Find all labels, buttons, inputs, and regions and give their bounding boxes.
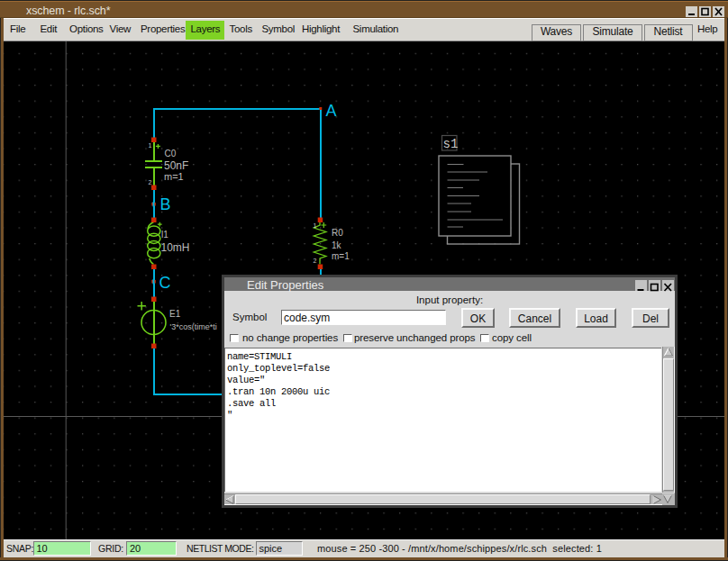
svg-text:R0: R0 xyxy=(332,228,343,238)
svg-text:B: B xyxy=(160,195,171,213)
svg-text:C0: C0 xyxy=(165,149,177,158)
svg-text:1: 1 xyxy=(149,142,152,149)
svg-text:1: 1 xyxy=(314,222,317,229)
svg-text:l1: l1 xyxy=(161,230,168,240)
svg-text:E1: E1 xyxy=(169,309,181,319)
svg-text:1k: 1k xyxy=(332,240,342,250)
svg-text:m=1: m=1 xyxy=(332,251,350,261)
svg-text:A: A xyxy=(326,102,337,120)
svg-text:m=1: m=1 xyxy=(164,171,184,182)
svg-text:2: 2 xyxy=(314,258,317,264)
svg-text:2: 2 xyxy=(149,179,152,185)
svg-text:'3*cos(time*ti: '3*cos(time*ti xyxy=(170,322,217,331)
svg-text:s1: s1 xyxy=(443,137,459,151)
svg-text:50nF: 50nF xyxy=(164,159,188,172)
svg-text:C: C xyxy=(159,274,171,292)
svg-text:10mH: 10mH xyxy=(161,241,190,254)
